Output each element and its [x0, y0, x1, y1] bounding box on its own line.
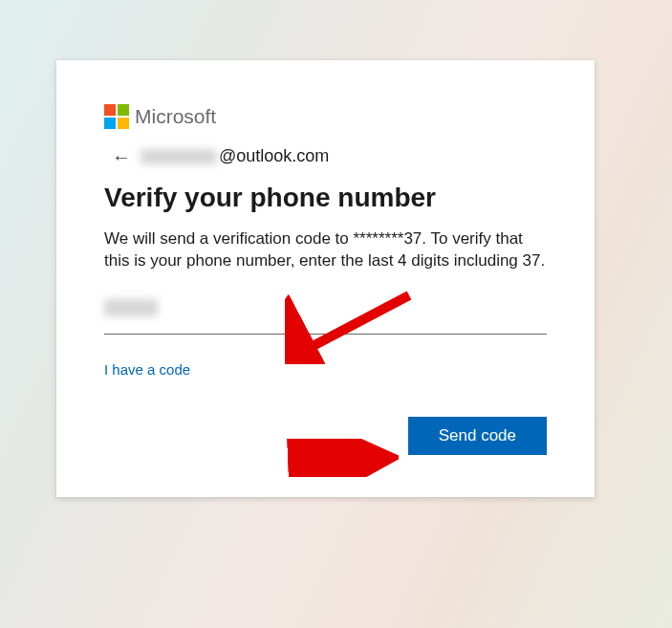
account-email: @outlook.com [141, 146, 329, 166]
redacted-email-prefix [141, 149, 217, 164]
page-title: Verify your phone number [104, 182, 547, 214]
phone-last4-input[interactable] [104, 299, 547, 335]
auth-card: Microsoft ← @outlook.com Verify your pho… [56, 60, 595, 497]
brand-name: Microsoft [135, 105, 216, 128]
brand-row: Microsoft [104, 104, 547, 129]
send-code-button[interactable]: Send code [408, 417, 547, 455]
have-code-link[interactable]: I have a code [104, 361, 190, 378]
account-row: ← @outlook.com [112, 146, 547, 166]
instruction-text: We will send a verification code to ****… [104, 227, 547, 273]
microsoft-logo-icon [104, 104, 129, 129]
back-arrow-icon[interactable]: ← [112, 147, 131, 166]
email-domain: @outlook.com [219, 146, 329, 166]
phone-input-wrap [104, 299, 547, 335]
action-row: Send code [104, 417, 547, 455]
